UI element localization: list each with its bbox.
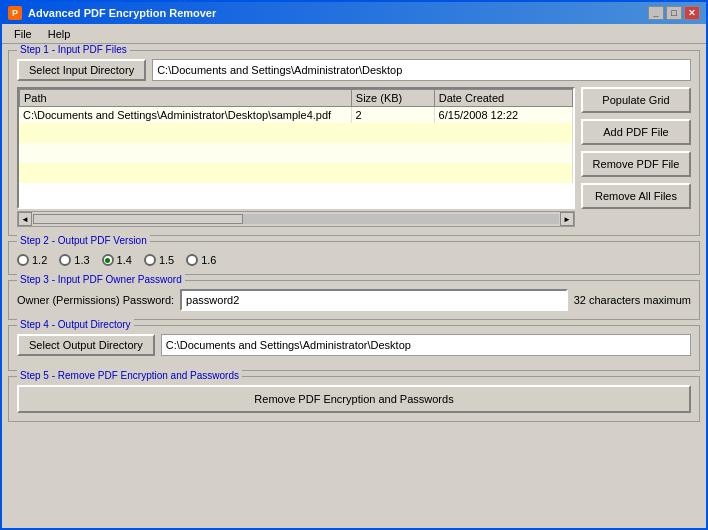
file-table-border: Path Size (KB) Date Created C:\Docu [17,87,575,209]
owner-password-label: Owner (Permissions) Password: [17,294,174,306]
radio-v15[interactable]: 1.5 [144,254,174,266]
password-input[interactable] [180,289,568,311]
scroll-track[interactable] [33,214,559,224]
max-chars-label: 32 characters maximum [574,294,691,306]
menu-help[interactable]: Help [40,26,79,42]
step2-section: Step 2 - Output PDF Version 1.2 1.3 1.4 … [8,241,700,275]
select-input-dir-button[interactable]: Select Input Directory [17,59,146,81]
radio-circle-v13[interactable] [59,254,71,266]
step1-section: Step 1 - Input PDF Files Select Input Di… [8,50,700,236]
main-window: P Advanced PDF Encryption Remover _ □ ✕ … [0,0,708,530]
scroll-thumb[interactable] [33,214,243,224]
step3-row: Owner (Permissions) Password: 32 charact… [17,289,691,311]
radio-label-v13: 1.3 [74,254,89,266]
radio-v16[interactable]: 1.6 [186,254,216,266]
select-output-dir-button[interactable]: Select Output Directory [17,334,155,356]
step4-row: Select Output Directory C:\Documents and… [17,334,691,356]
radio-v14[interactable]: 1.4 [102,254,132,266]
radio-v13[interactable]: 1.3 [59,254,89,266]
menu-bar: File Help [2,24,706,44]
step3-section: Step 3 - Input PDF Owner Password Owner … [8,280,700,320]
table-scroll[interactable]: C:\Documents and Settings\Administrator\… [19,107,573,207]
version-radio-group: 1.2 1.3 1.4 1.5 1.6 [17,254,691,266]
table-row-empty [19,123,573,143]
step5-inner: Remove PDF Encryption and Passwords [17,385,691,413]
radio-label-v15: 1.5 [159,254,174,266]
app-icon: P [8,6,22,20]
populate-grid-button[interactable]: Populate Grid [581,87,691,113]
step1-top-row: Select Input Directory C:\Documents and … [17,59,691,81]
radio-circle-v15[interactable] [144,254,156,266]
cell-size: 2 [351,107,434,123]
remove-all-files-button[interactable]: Remove All Files [581,183,691,209]
title-buttons: _ □ ✕ [648,6,700,20]
table-row: C:\Documents and Settings\Administrator\… [19,107,573,123]
radio-label-v14: 1.4 [117,254,132,266]
horizontal-scrollbar[interactable]: ◄ ► [17,211,575,227]
table-row-empty3 [19,163,573,183]
maximize-button[interactable]: □ [666,6,682,20]
input-path-display: C:\Documents and Settings\Administrator\… [152,59,691,81]
radio-label-v12: 1.2 [32,254,47,266]
step4-section: Step 4 - Output Directory Select Output … [8,325,700,371]
radio-circle-v12[interactable] [17,254,29,266]
title-bar: P Advanced PDF Encryption Remover _ □ ✕ [2,2,706,24]
radio-label-v16: 1.6 [201,254,216,266]
step5-label: Step 5 - Remove PDF Encryption and Passw… [17,370,242,381]
table-wrapper: Path Size (KB) Date Created C:\Docu [17,87,575,227]
col-size: Size (KB) [351,90,434,107]
step1-label: Step 1 - Input PDF Files [17,44,130,55]
file-data-table: C:\Documents and Settings\Administrator\… [19,107,573,183]
step3-label: Step 3 - Input PDF Owner Password [17,274,185,285]
table-row-empty2 [19,143,573,163]
output-path-display: C:\Documents and Settings\Administrator\… [161,334,691,356]
close-button[interactable]: ✕ [684,6,700,20]
file-table-container: Path Size (KB) Date Created C:\Docu [17,87,691,227]
file-table: Path Size (KB) Date Created [19,89,573,107]
scroll-right-button[interactable]: ► [560,212,574,226]
window-title: Advanced PDF Encryption Remover [28,7,648,19]
add-pdf-file-button[interactable]: Add PDF File [581,119,691,145]
cell-date: 6/15/2008 12:22 [434,107,572,123]
col-date: Date Created [434,90,572,107]
remove-pdf-file-button[interactable]: Remove PDF File [581,151,691,177]
step2-label: Step 2 - Output PDF Version [17,235,150,246]
side-buttons: Populate Grid Add PDF File Remove PDF Fi… [581,87,691,227]
scroll-left-button[interactable]: ◄ [18,212,32,226]
radio-circle-v14[interactable] [102,254,114,266]
radio-circle-v16[interactable] [186,254,198,266]
col-path: Path [20,90,352,107]
remove-encryption-button[interactable]: Remove PDF Encryption and Passwords [17,385,691,413]
step4-label: Step 4 - Output Directory [17,319,134,330]
main-content: Step 1 - Input PDF Files Select Input Di… [2,44,706,528]
radio-v12[interactable]: 1.2 [17,254,47,266]
menu-file[interactable]: File [6,26,40,42]
minimize-button[interactable]: _ [648,6,664,20]
cell-path: C:\Documents and Settings\Administrator\… [19,107,351,123]
step5-section: Step 5 - Remove PDF Encryption and Passw… [8,376,700,422]
